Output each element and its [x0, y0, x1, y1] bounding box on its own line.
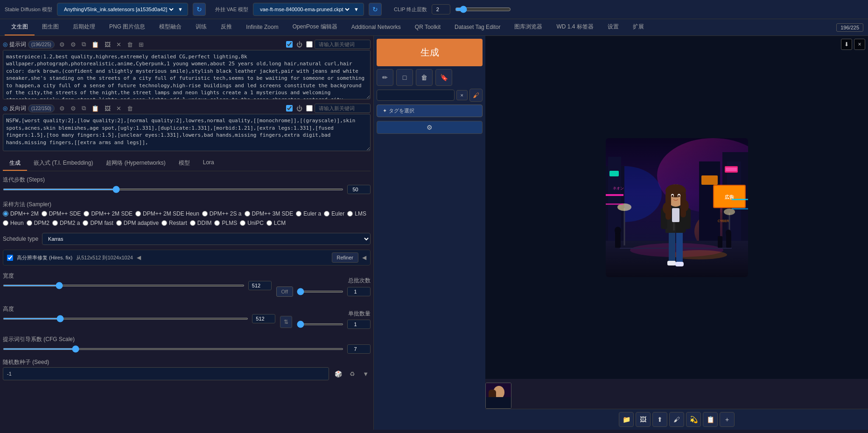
sampler-dpm-sde[interactable]: DPM++ SDE	[42, 210, 81, 217]
sampler-euler-a[interactable]: Euler a	[296, 210, 321, 217]
tab-img2img[interactable]: 图生图	[35, 19, 65, 35]
sampler-dpm2m[interactable]: DPM++ 2M	[3, 210, 39, 217]
negative-toggle-check[interactable]	[286, 105, 293, 112]
sampler-heun[interactable]: Heun	[3, 220, 24, 226]
sd-model-dropdown[interactable]: AnythingV5Ink_ink.safetensors [a1535d0a4…	[62, 6, 175, 13]
generate-button[interactable]: 生成	[377, 39, 483, 66]
neg-image-btn[interactable]: 🖼	[103, 104, 112, 113]
neg-clear-btn[interactable]: ✕	[114, 104, 123, 113]
tab-image-browser[interactable]: 图库浏览器	[508, 19, 549, 35]
neg-copy-btn[interactable]: ⧉	[80, 104, 88, 113]
image-close-btn[interactable]: ×	[854, 39, 865, 50]
seed-extra-btn[interactable]: ▼	[361, 370, 371, 378]
sub-tab-model[interactable]: 模型	[172, 156, 196, 171]
tag-text-input[interactable]	[377, 90, 455, 101]
seed-recycle-btn[interactable]: ♻	[348, 370, 357, 378]
refiner-arrow-btn[interactable]: ◀	[362, 254, 366, 261]
width-input[interactable]: 512	[248, 281, 272, 290]
positive-toggle-check[interactable]	[286, 41, 293, 48]
gen-square-btn[interactable]: □	[396, 69, 413, 86]
positive-keyword-input[interactable]	[315, 40, 371, 49]
sampler-lcm[interactable]: LCM	[266, 220, 286, 226]
bottom-folder-btn[interactable]: 📁	[619, 412, 634, 427]
prompt-copy-btn[interactable]: ⧉	[80, 40, 88, 49]
sampler-plms[interactable]: PLMS	[214, 220, 237, 226]
thumbnail-1[interactable]	[485, 383, 511, 409]
negative-toggle-power[interactable]: ⏻	[294, 104, 304, 113]
batch-size-slider[interactable]	[297, 323, 343, 325]
negative-prompt-textarea[interactable]: NSFW,[worst quality:2],[low quality:2],[…	[3, 114, 371, 151]
sampler-dpm2m-sde-heun[interactable]: DPM++ 2M SDE Heun	[135, 210, 199, 217]
gen-trash-btn[interactable]: 🗑	[416, 69, 433, 86]
bottom-add-btn[interactable]: +	[720, 412, 735, 427]
sampler-dpm2m-sde[interactable]: DPM++ 2M SDE	[84, 210, 133, 217]
width-slider[interactable]	[3, 285, 245, 286]
vae-model-dropdown[interactable]: vae-ft-mse-840000-ema-pruned.ckpt	[258, 6, 351, 13]
batch-count-off-btn[interactable]: Off	[276, 286, 293, 297]
prompt-settings-btn[interactable]: ⚙	[57, 40, 67, 49]
tab-postprocess[interactable]: 后期处理	[66, 19, 102, 35]
tab-additional-networks[interactable]: Additional Networks	[345, 20, 407, 35]
neg-delete-btn[interactable]: 🗑	[125, 104, 135, 113]
prompt-clear-btn[interactable]: ✕	[114, 40, 123, 49]
batch-count-slider[interactable]	[297, 291, 343, 293]
bottom-image-btn[interactable]: 🖼	[636, 412, 651, 427]
seed-input[interactable]: -1	[3, 367, 329, 380]
sampler-lms[interactable]: LMS	[347, 210, 366, 217]
vae-model-select[interactable]: vae-ft-mse-840000-ema-pruned.ckpt ▼	[253, 3, 364, 16]
link-dims-btn[interactable]: ⇅	[280, 316, 292, 328]
bottom-star-btn[interactable]: 💫	[686, 412, 701, 427]
negative-keyword-input[interactable]	[315, 104, 371, 113]
sampler-unipc[interactable]: UniPC	[240, 220, 264, 226]
sampler-dpm-adaptive[interactable]: DPM adaptive	[116, 220, 159, 226]
steps-slider[interactable]	[3, 189, 343, 190]
tab-infinite-zoom[interactable]: Infinite Zoom	[239, 20, 285, 35]
cfg-slider[interactable]	[3, 348, 343, 350]
batch-size-input[interactable]: 1	[347, 320, 371, 329]
bottom-clipboard-btn[interactable]: 📋	[703, 412, 718, 427]
sampler-dpm-fast[interactable]: DPM fast	[83, 220, 113, 226]
sampler-dpm2[interactable]: DPM2	[27, 220, 49, 226]
sub-tab-lora[interactable]: Lora	[196, 156, 221, 171]
neg-paste-btn[interactable]: 📋	[90, 104, 101, 113]
prompt-settings2-btn[interactable]: ⚙	[69, 40, 78, 49]
sd-model-refresh-btn[interactable]: ↻	[193, 3, 206, 16]
sub-tab-hypernetworks[interactable]: 超网络 (Hypernetworks)	[99, 156, 172, 171]
bottom-upload-btn[interactable]: ⬆	[652, 412, 667, 427]
sub-tab-generate[interactable]: 生成	[3, 156, 27, 171]
sd-model-select[interactable]: AnythingV5Ink_ink.safetensors [a1535d0a4…	[57, 3, 188, 16]
sampler-dpm3m-sde[interactable]: DPM++ 3M SDE	[245, 210, 294, 217]
batch-count-input[interactable]: 1	[347, 287, 371, 296]
prompt-image-btn[interactable]: 🖼	[103, 40, 112, 49]
sampler-euler[interactable]: Euler	[324, 210, 344, 217]
sub-tab-embedding[interactable]: 嵌入式 (T.I. Embedding)	[27, 156, 99, 171]
prompt-extra-btn[interactable]: ⊞	[137, 40, 146, 49]
tag-select-btn[interactable]: ✦ タグを選択	[377, 105, 483, 117]
negative-toggle-box[interactable]	[306, 105, 313, 112]
positive-toggle-box[interactable]	[306, 41, 313, 48]
neg-settings2-btn[interactable]: ⚙	[69, 104, 78, 113]
clip-slider[interactable]	[455, 6, 511, 13]
prompt-delete-btn[interactable]: 🗑	[125, 40, 135, 49]
seed-random-btn[interactable]: 🎲	[333, 370, 344, 378]
gen-bookmark-btn[interactable]: 🔖	[435, 69, 452, 86]
refiner-btn[interactable]: Refiner	[332, 252, 358, 263]
tag-x-btn[interactable]: ×	[456, 90, 468, 100]
tab-txt2img[interactable]: 文生图	[5, 19, 35, 35]
cfg-input[interactable]: 7	[347, 344, 371, 354]
tab-settings[interactable]: 设置	[601, 19, 625, 35]
bottom-paint-btn[interactable]: 🖌	[669, 412, 684, 427]
positive-toggle-power[interactable]: ⏻	[294, 40, 304, 49]
vae-model-refresh-btn[interactable]: ↻	[369, 3, 382, 16]
hires-arrow-btn[interactable]: ◀	[137, 254, 141, 261]
positive-prompt-textarea[interactable]: masterpiece:1.2,best quality,highres,ext…	[3, 50, 371, 99]
image-download-btn[interactable]: ⬇	[841, 39, 852, 50]
height-input[interactable]: 512	[252, 314, 275, 323]
tab-qr-toolkit[interactable]: QR Toolkit	[408, 20, 447, 35]
sampler-dpm2-a[interactable]: DPM2 a	[52, 220, 80, 226]
tab-openpose[interactable]: OpenPose 编辑器	[286, 19, 344, 35]
height-slider[interactable]	[3, 318, 248, 320]
tab-train[interactable]: 训练	[189, 19, 213, 35]
tag-paint-btn[interactable]: 🖌	[469, 89, 483, 102]
tab-png-info[interactable]: PNG 图片信息	[103, 19, 152, 35]
